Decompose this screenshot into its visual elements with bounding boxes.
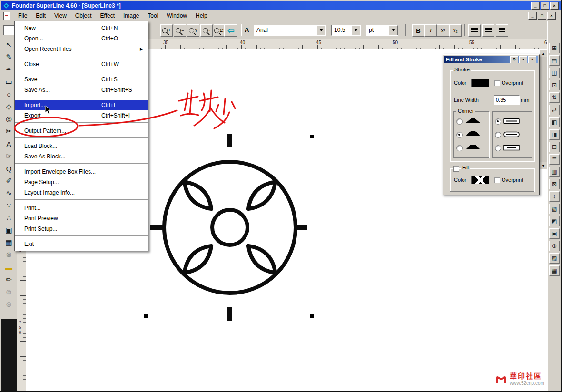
ink-pen-tool[interactable]: ✒	[3, 63, 15, 76]
collapse-icon[interactable]: ⊟	[549, 142, 560, 152]
rectangle-tool[interactable]: ▭	[3, 76, 15, 88]
menubar-item-image[interactable]: Image	[119, 11, 143, 20]
corner-miter-radio[interactable]	[456, 118, 463, 125]
menu-item-import-envelope-box-files[interactable]: Import Envelope Box Files...	[15, 167, 148, 177]
scatter-tool[interactable]: ∵	[3, 199, 15, 212]
menu-item-output-pattern[interactable]: Output Pattern...	[15, 126, 148, 136]
center-circle[interactable]	[212, 210, 247, 245]
add-frame-icon[interactable]: ⊕	[549, 241, 560, 251]
menu-item-import[interactable]: Import...Ctrl+I	[15, 100, 148, 110]
corner-fill-icon[interactable]: ◩	[549, 216, 560, 226]
handle-ne[interactable]	[310, 135, 314, 138]
eyedropper-tool[interactable]: ✐	[3, 175, 15, 187]
split-view-icon[interactable]: ◫	[549, 68, 560, 78]
knife-tool[interactable]: ✂	[3, 125, 15, 137]
distribute-vertical-icon[interactable]: ⇅	[549, 92, 560, 103]
mdi-restore-button[interactable]: □	[538, 12, 546, 20]
polygon-tool[interactable]: ◇	[3, 100, 15, 113]
ellipse-tool[interactable]: ○	[3, 88, 15, 100]
menu-item-print[interactable]: Print...	[15, 203, 148, 213]
inset-frame-icon[interactable]: ⊡	[549, 80, 560, 90]
menu-item-open-recent-files[interactable]: Open Recent Files▶	[15, 44, 148, 54]
petal-nw[interactable]	[185, 182, 212, 209]
menubar-item-help[interactable]: Help	[191, 11, 212, 20]
minimize-button[interactable]: _	[531, 2, 540, 10]
mark-top[interactable]	[227, 134, 232, 147]
menu-item-new[interactable]: NewCtrl+N	[15, 23, 148, 33]
menu-item-exit[interactable]: Exit	[15, 239, 148, 249]
panel-close-button[interactable]: ×	[528, 56, 536, 63]
mark-right[interactable]	[294, 225, 307, 230]
end-butt-radio[interactable]	[495, 118, 501, 125]
menu-item-load-block[interactable]: Load Block...	[15, 141, 148, 151]
blend-tool[interactable]: ⊗	[3, 298, 15, 311]
fill-frame-icon[interactable]: ▣	[549, 228, 560, 239]
menubar-item-edit[interactable]: Edit	[31, 11, 50, 20]
hatch-icon[interactable]: ▧	[549, 204, 560, 214]
menu-item-save-as-block[interactable]: Save As Block...	[15, 151, 148, 162]
maximize-button[interactable]: □	[541, 2, 549, 10]
panel-title-bar[interactable]: Fill and Stroke ⊙ ▲ ×	[444, 56, 538, 63]
gear-tool[interactable]: ☸	[3, 249, 15, 261]
corner-round-radio[interactable]	[456, 132, 463, 138]
font-size-select[interactable]: 10.5	[331, 25, 361, 36]
align-right-button[interactable]	[496, 24, 508, 37]
handle-se[interactable]	[310, 314, 314, 318]
pattern-tool[interactable]: ▣	[3, 224, 15, 236]
superscript-button[interactable]: x²	[437, 24, 449, 37]
menu-item-export[interactable]: Export...Ctrl+Shift+I	[15, 110, 148, 121]
shade-icon[interactable]: ▨	[549, 253, 560, 264]
font-family-select[interactable]: Arial	[254, 25, 326, 36]
document-icon[interactable]	[3, 12, 10, 20]
close-button[interactable]: ×	[550, 2, 559, 10]
menubar-item-file[interactable]: File	[14, 11, 31, 20]
handle-sw[interactable]	[144, 314, 148, 318]
align-left-button[interactable]	[468, 24, 481, 37]
zoom-in-button[interactable]: +	[160, 24, 173, 37]
menu-item-close[interactable]: CloseCtrl+W	[15, 59, 148, 69]
mdi-minimize-button[interactable]: _	[528, 12, 537, 20]
pointer-tool[interactable]: ↖	[3, 39, 15, 51]
vertical-scrollbar[interactable]: ▲ ▼	[540, 49, 547, 169]
bezier-pen-tool[interactable]: ✎	[3, 51, 15, 63]
grid-frame-icon[interactable]: ▦	[549, 265, 560, 276]
unit-dropdown-arrow[interactable]	[389, 25, 398, 35]
unit-select[interactable]: pt	[366, 25, 398, 36]
menubar-item-view[interactable]: View	[50, 11, 71, 20]
scroll-up-button[interactable]: ▲	[540, 49, 547, 57]
title-bar[interactable]: Founder SuperLine 4.60 - [SuperLine3 *] …	[1, 1, 561, 10]
delete-frame-icon[interactable]: ⊠	[549, 179, 560, 189]
columns-icon[interactable]: ▥	[549, 167, 560, 177]
fill-checkbox[interactable]	[453, 166, 459, 172]
fill-color-swatch[interactable]	[471, 176, 489, 184]
new-page-button[interactable]	[3, 25, 15, 35]
menu-item-open[interactable]: Open...Ctrl+O	[15, 33, 148, 44]
petal-sw[interactable]	[185, 246, 212, 273]
curve-tool[interactable]: ∿	[3, 187, 15, 199]
grid-tool[interactable]: ▦	[3, 236, 15, 249]
menu-item-print-preview[interactable]: Print Preview	[15, 213, 148, 224]
menubar-item-window[interactable]: Window	[162, 11, 191, 20]
align-center-button[interactable]	[482, 24, 494, 37]
zoom-query-button[interactable]: ?	[187, 24, 199, 37]
fill-overprint-checkbox[interactable]	[494, 177, 500, 183]
resize-vertical-icon[interactable]: ↕	[549, 191, 560, 202]
pencil-tool[interactable]: ✏	[3, 274, 15, 286]
corner-bevel-radio[interactable]	[456, 145, 463, 151]
font-dropdown-arrow[interactable]	[316, 25, 325, 35]
hand-tool[interactable]: ☞	[3, 150, 15, 162]
rows-icon[interactable]: ▤	[549, 55, 560, 66]
zoom-tool[interactable]: Q	[3, 162, 15, 175]
panel-pin-button[interactable]: ⊙	[510, 56, 518, 63]
menu-item-save-as[interactable]: Save As...Ctrl+Shift+S	[15, 85, 148, 95]
menu-item-page-setup[interactable]: Page Setup...	[15, 177, 148, 187]
subscript-button[interactable]: x₂	[449, 24, 462, 37]
italic-button[interactable]: I	[424, 24, 437, 37]
size-dropdown-arrow[interactable]	[351, 25, 360, 35]
dots-tool[interactable]: ∴	[3, 212, 15, 224]
menu-item-layout-image-info[interactable]: Layout Image Info...	[15, 187, 148, 198]
mirror-left-icon[interactable]: ◧	[549, 117, 560, 127]
mirror-right-icon[interactable]: ◨	[549, 129, 560, 140]
highlighter-tool[interactable]: ▬	[3, 261, 15, 274]
bold-button[interactable]: B	[412, 24, 424, 37]
